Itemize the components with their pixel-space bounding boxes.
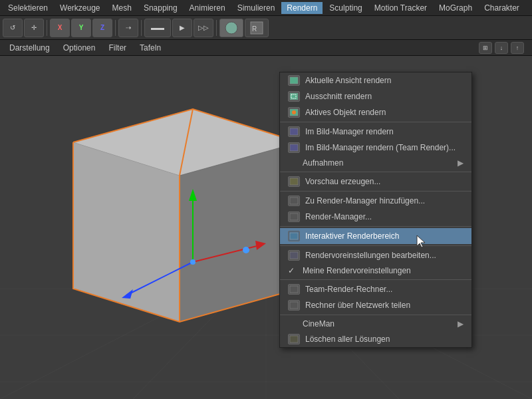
- ausschnitt-label: Ausschnitt rendern: [305, 92, 372, 101]
- menu-charakter[interactable]: Charakter: [479, 2, 525, 14]
- svg-rect-29: [290, 128, 298, 135]
- toolbar-sep4: [216, 20, 217, 36]
- menu-rechner-netzwerk[interactable]: Rechner über Netzwerk teilen: [280, 297, 471, 313]
- toolbar-render-sphere[interactable]: [219, 19, 243, 37]
- aktuelle-ansicht-label: Aktuelle Ansicht rendern: [305, 76, 391, 85]
- meine-render-check: ✓: [288, 266, 297, 275]
- sep4: [280, 226, 471, 227]
- cineman-label: CineMan: [303, 319, 334, 329]
- menu-meine-render[interactable]: ✓ Meine Rendervoreinstellungen: [280, 263, 471, 278]
- sep6: [280, 279, 471, 280]
- aktuelle-ansicht-icon: [288, 75, 300, 86]
- toolbar-x[interactable]: X: [50, 19, 70, 37]
- render-manager-icon: [288, 211, 300, 222]
- menu-render-manager[interactable]: Render-Manager...: [280, 209, 471, 225]
- aufnahmen-arrow: ▶: [458, 158, 464, 168]
- loeschen-icon: [288, 334, 300, 344]
- svg-text:R: R: [252, 25, 257, 33]
- menu-sculpting[interactable]: Sculpting: [324, 2, 367, 14]
- svg-point-22: [190, 259, 196, 265]
- toolbar2-optionen[interactable]: Optionen: [58, 42, 101, 54]
- sep3: [280, 191, 471, 192]
- toolbar-add[interactable]: ✛: [24, 19, 44, 37]
- toolbar: ↺ ✛ X Y Z ⇢ ▬▬ ▶ ▷▷ R: [0, 16, 532, 40]
- svg-rect-24: [290, 77, 298, 84]
- svg-rect-33: [290, 213, 298, 220]
- menu-mesh[interactable]: Mesh: [107, 2, 137, 14]
- menu-interaktiver[interactable]: Interaktiver Renderbereich: [280, 228, 471, 244]
- menu-vorschau[interactable]: Vorschau erzeugen...: [280, 174, 471, 190]
- team-render-icon: [288, 284, 300, 295]
- menu-motion-tracker[interactable]: Motion Tracker: [369, 2, 432, 14]
- bild-manager-label: Im Bild-Manager rendern: [305, 127, 394, 136]
- interaktiver-label: Interaktiver Renderbereich: [305, 231, 399, 241]
- svg-rect-30: [290, 144, 298, 151]
- toolbar-sep1: [47, 20, 47, 36]
- svg-rect-35: [290, 252, 298, 259]
- toolbar-sep2: [115, 20, 116, 36]
- menu-aktives-objekt[interactable]: Aktives Objekt rendern: [280, 104, 471, 120]
- aktives-objekt-icon: [288, 107, 300, 118]
- viewport-nav-btn2[interactable]: ↓: [495, 42, 508, 54]
- toolbar-sep3: [141, 20, 142, 36]
- vorschau-icon: [288, 176, 300, 187]
- toolbar-move[interactable]: ⇢: [118, 19, 138, 37]
- menu-werkzeuge[interactable]: Werkzeuge: [55, 2, 105, 14]
- toolbar2: Darstellung Optionen Filter Tafeln ⊞ ↓ ↑: [0, 40, 532, 56]
- menu-snapping[interactable]: Snapping: [138, 2, 183, 14]
- menu-loeschen[interactable]: Löschen aller Lösungen: [280, 331, 471, 347]
- toolbar-y[interactable]: Y: [71, 19, 91, 37]
- toolbar-render2[interactable]: R: [245, 19, 269, 37]
- bild-manager-team-icon: [288, 142, 300, 153]
- viewport-nav-btn3[interactable]: ↑: [511, 42, 524, 54]
- menu-team-render[interactable]: Team-Render-Rechner...: [280, 281, 471, 297]
- rendervoreinstellungen-icon: [288, 250, 300, 261]
- toolbar2-tafeln[interactable]: Tafeln: [134, 42, 166, 54]
- render-dropdown-menu: Aktuelle Ansicht rendern Ausschnitt rend…: [279, 72, 472, 348]
- toolbar-film[interactable]: ▬▬: [144, 19, 171, 37]
- sep5: [280, 245, 471, 246]
- menu-simulieren[interactable]: Simulieren: [232, 2, 281, 14]
- rechner-netzwerk-label: Rechner über Netzwerk teilen: [305, 301, 410, 310]
- menu-selektieren[interactable]: Selektieren: [3, 2, 53, 14]
- menu-aktuelle-ansicht[interactable]: Aktuelle Ansicht rendern: [280, 72, 471, 88]
- menu-mograph[interactable]: MoGraph: [434, 2, 477, 14]
- svg-rect-36: [290, 286, 298, 293]
- menu-aufnahmen[interactable]: Aufnahmen ▶: [280, 156, 471, 170]
- menu-bild-manager[interactable]: Im Bild-Manager rendern: [280, 124, 471, 140]
- svg-point-23: [243, 247, 249, 253]
- viewport-nav-btn1[interactable]: ⊞: [479, 42, 492, 54]
- svg-rect-34: [290, 233, 298, 239]
- meine-render-label: Meine Rendervoreinstellungen: [303, 266, 411, 275]
- render-manager-label: Render-Manager...: [305, 212, 372, 221]
- menu-bar: Selektieren Werkzeuge Mesh Snapping Anim…: [0, 0, 532, 16]
- svg-rect-31: [290, 178, 298, 185]
- menu-bild-manager-team[interactable]: Im Bild-Manager rendern (Team Render)...: [280, 140, 471, 156]
- cineman-arrow: ▶: [458, 319, 464, 329]
- toolbar-play[interactable]: ▶: [172, 19, 192, 37]
- svg-rect-32: [290, 198, 298, 204]
- render-manager-add-icon: [288, 196, 300, 206]
- menu-cineman[interactable]: CineMan ▶: [280, 317, 471, 331]
- menu-rendervoreinstellungen[interactable]: Rendervoreinstellungen bearbeiten...: [280, 247, 471, 263]
- toolbar2-filter[interactable]: Filter: [103, 42, 132, 54]
- svg-point-28: [292, 110, 296, 114]
- aufnahmen-label: Aufnahmen: [303, 158, 343, 168]
- toolbar-z[interactable]: Z: [92, 19, 112, 37]
- toolbar-play2[interactable]: ▷▷: [194, 19, 213, 37]
- interaktiver-icon: [288, 231, 300, 241]
- menu-rendern[interactable]: Rendern: [281, 2, 323, 14]
- toolbar2-darstellung[interactable]: Darstellung: [4, 42, 55, 54]
- menu-render-manager-add[interactable]: Zu Render-Manager hinzufügen...: [280, 193, 471, 209]
- menu-ausschnitt[interactable]: Ausschnitt rendern: [280, 88, 471, 104]
- rechner-netzwerk-icon: [288, 300, 300, 311]
- sep7: [280, 315, 471, 315]
- loeschen-label: Löschen aller Lösungen: [305, 334, 390, 344]
- svg-point-0: [225, 22, 237, 34]
- bild-manager-icon: [288, 126, 300, 137]
- toolbar-undo[interactable]: ↺: [3, 19, 23, 37]
- svg-rect-38: [290, 336, 298, 342]
- sep1: [280, 122, 471, 122]
- render-manager-add-label: Zu Render-Manager hinzufügen...: [305, 196, 425, 205]
- menu-animieren[interactable]: Animieren: [184, 2, 231, 14]
